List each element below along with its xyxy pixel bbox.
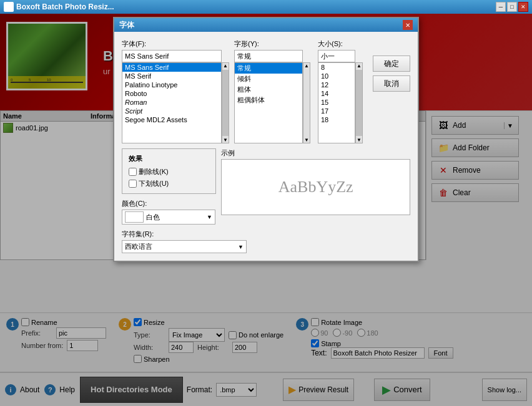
scrollbar-down[interactable]: ▼ (223, 137, 228, 143)
scrollbar-up[interactable]: ▲ (223, 63, 228, 69)
cancel-button[interactable]: 取消 (373, 75, 410, 92)
font-size-label: 大小(S): (318, 39, 363, 49)
underline-label[interactable]: 下划线(U) (129, 179, 209, 188)
app-title: Boxoft Batch Photo Resiz... (16, 2, 114, 11)
size-list-item[interactable]: 14 (318, 89, 355, 98)
underline-text: 下划线(U) (139, 179, 169, 188)
font-name-input[interactable] (122, 50, 222, 62)
dialog-middle-row: 效果 删除线(K) 下划线(U) (122, 148, 410, 225)
style-list-scrollbar[interactable]: ▲ ▼ (303, 62, 310, 143)
size-list-item[interactable]: 17 (318, 107, 355, 115)
color-swatch (125, 211, 144, 223)
color-value: 白色 (146, 213, 160, 222)
style-scrollbar-up[interactable]: ▲ (304, 63, 309, 69)
preview-section: 示例 AaBbYyZz (221, 148, 410, 225)
scrollbar-thumb[interactable] (222, 70, 229, 136)
charset-select[interactable]: 西欧语言 ▼ (122, 240, 247, 253)
size-scrollbar-down[interactable]: ▼ (357, 137, 362, 143)
underline-checkbox[interactable] (129, 180, 137, 188)
font-style-list-wrap: 常规 倾斜 粗体 粗偶斜体 ▲ ▼ (234, 62, 313, 143)
list-item[interactable]: Roboto (122, 89, 221, 98)
list-item[interactable]: MS Serif (122, 72, 221, 80)
list-item[interactable]: MS Sans Serif (122, 63, 221, 72)
effects-section: 效果 删除线(K) 下划线(U) (122, 148, 216, 225)
font-size-list[interactable]: 8 10 12 14 15 17 18 (318, 62, 355, 143)
cancel-label: 取消 (384, 79, 399, 88)
style-list-item[interactable]: 粗偶斜体 (235, 95, 302, 105)
charset-label: 字符集(R): (122, 230, 410, 239)
charset-value: 西欧语言 (125, 242, 152, 251)
list-item[interactable]: Segoe MDL2 Assets (122, 115, 221, 124)
effects-box: 效果 删除线(K) 下划线(U) (122, 148, 216, 194)
list-item[interactable]: Palatino Linotype (122, 80, 221, 89)
preview-text: AaBbYyZz (278, 178, 353, 196)
dialog-title: 字体 (119, 20, 134, 31)
app-content: 0 5 10 Boxoft Batch Photo Resizer ur pho… (0, 14, 532, 406)
app-window: Boxoft Batch Photo Resiz... ─ □ ✕ 0 5 10 (0, 0, 532, 406)
size-list-item[interactable]: 8 (318, 63, 355, 72)
charset-row: 字符集(R): 西欧语言 ▼ (122, 230, 410, 253)
font-name-list-wrap: MS Sans Serif MS Serif Palatino Linotype… (122, 62, 229, 143)
color-row: 颜色(C): 白色 ▼ (122, 199, 216, 225)
size-scrollbar-up[interactable]: ▲ (357, 63, 362, 69)
app-titlebar: Boxoft Batch Photo Resiz... ─ □ ✕ (0, 0, 532, 14)
minimize-button[interactable]: ─ (496, 2, 506, 12)
style-list-item[interactable]: 倾斜 (235, 74, 302, 84)
preview-label: 示例 (221, 148, 410, 158)
size-list-item[interactable]: 15 (318, 98, 355, 107)
charset-dropdown-arrow[interactable]: ▼ (238, 244, 244, 250)
preview-box: AaBbYyZz (221, 159, 410, 215)
font-list-scrollbar[interactable]: ▲ ▼ (222, 62, 229, 143)
style-scrollbar-down[interactable]: ▼ (304, 137, 309, 143)
font-size-input[interactable] (318, 50, 355, 62)
dialog-buttons: 确定 取消 (373, 39, 410, 143)
font-style-label: 字形(Y): (234, 39, 313, 49)
style-list-item[interactable]: 常规 (235, 63, 302, 74)
color-dropdown-arrow[interactable]: ▼ (207, 214, 212, 220)
strikethrough-checkbox[interactable] (129, 168, 137, 176)
app-icon (4, 2, 14, 12)
size-list-item[interactable]: 10 (318, 72, 355, 80)
dialog-overlay: 字体 ✕ 字体(F): MS Sans Serif (0, 14, 532, 406)
dialog-close-button[interactable]: ✕ (403, 20, 413, 30)
ok-label: 确定 (384, 59, 399, 68)
size-scrollbar-thumb[interactable] (356, 70, 362, 136)
dialog-body: 字体(F): MS Sans Serif MS Serif Palatino L… (114, 32, 418, 261)
font-style-list[interactable]: 常规 倾斜 粗体 粗偶斜体 (234, 62, 303, 143)
strikethrough-label[interactable]: 删除线(K) (129, 167, 209, 176)
color-label: 颜色(C): (122, 199, 216, 208)
font-name-section: 字体(F): MS Sans Serif MS Serif Palatino L… (122, 39, 229, 143)
style-list-item[interactable]: 粗体 (235, 84, 302, 95)
button-spacer (373, 39, 410, 52)
size-list-item[interactable]: 12 (318, 80, 355, 89)
app-close-button[interactable]: ✕ (518, 2, 528, 12)
size-list-scrollbar[interactable]: ▲ ▼ (355, 62, 363, 143)
list-item[interactable]: Script (122, 107, 221, 115)
font-name-label: 字体(F): (122, 39, 229, 49)
ok-button[interactable]: 确定 (373, 56, 410, 72)
list-item[interactable]: Roman (122, 98, 221, 107)
size-list-item[interactable]: 18 (318, 115, 355, 124)
dialog-top-row: 字体(F): MS Sans Serif MS Serif Palatino L… (122, 39, 410, 143)
font-size-list-wrap: 8 10 12 14 15 17 18 ▲ (318, 62, 363, 143)
font-dialog: 字体 ✕ 字体(F): MS Sans Serif (113, 17, 419, 262)
color-select[interactable]: 白色 ▼ (122, 210, 215, 225)
font-style-section: 字形(Y): 常规 倾斜 粗体 粗偶斜体 ▲ (234, 39, 313, 143)
effects-title: 效果 (129, 154, 209, 163)
font-size-section: 大小(S): 8 10 12 14 15 17 18 (318, 39, 363, 143)
font-name-list[interactable]: MS Sans Serif MS Serif Palatino Linotype… (122, 62, 222, 143)
font-style-input[interactable] (234, 50, 303, 62)
dialog-titlebar: 字体 ✕ (114, 18, 418, 32)
maximize-button[interactable]: □ (507, 2, 517, 12)
strikethrough-text: 删除线(K) (139, 167, 169, 176)
